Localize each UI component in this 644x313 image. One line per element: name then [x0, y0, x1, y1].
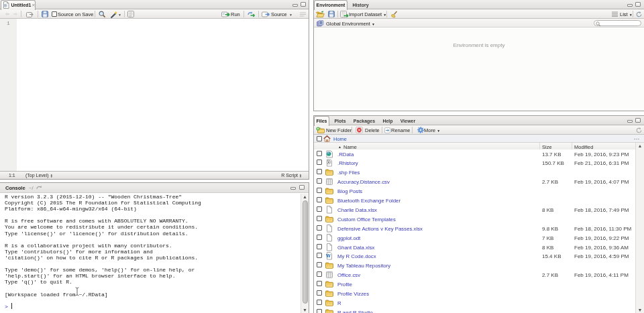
- svg-text:W: W: [326, 254, 331, 259]
- svg-text:R: R: [320, 21, 323, 25]
